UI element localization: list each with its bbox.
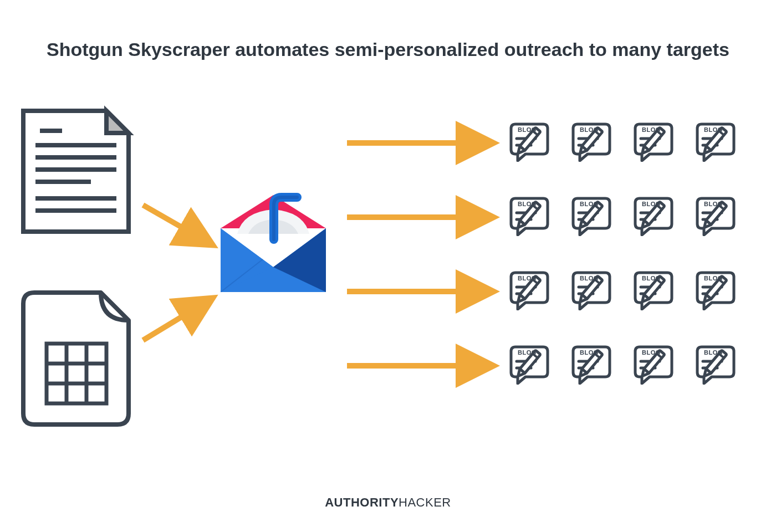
blog-label: BLOG (642, 126, 661, 133)
blog-target-icon: BLOG (695, 270, 745, 310)
blog-label: BLOG (580, 349, 599, 356)
blog-target-icon: BLOG (571, 345, 621, 385)
blog-target-icon: BLOG (571, 196, 621, 236)
blog-target-icon: BLOG (633, 122, 683, 162)
blog-target-icon: BLOG (633, 270, 683, 310)
blog-label: BLOG (580, 201, 599, 207)
blog-label: BLOG (642, 349, 661, 356)
blog-target-icon: BLOG (509, 270, 559, 310)
blog-targets-row: BLOG BLOG (509, 196, 745, 236)
brand-footer: AUTHORITYHACKER (0, 495, 776, 510)
blog-target-icon: BLOG (633, 345, 683, 385)
svg-rect-4 (35, 180, 91, 184)
brand-strong: AUTHORITY (325, 495, 399, 509)
blog-targets-grid: BLOG BLOG (509, 122, 745, 385)
blog-targets-row: BLOG BLOG (509, 345, 745, 385)
blog-label: BLOG (580, 275, 599, 282)
spreadsheet-icon (23, 293, 129, 424)
blog-target-icon: BLOG (571, 122, 621, 162)
brand-light: HACKER (399, 495, 451, 509)
blog-label: BLOG (518, 349, 537, 356)
svg-rect-5 (35, 196, 116, 201)
blog-targets-row: BLOG BLOG (509, 270, 745, 310)
blog-label: BLOG (518, 201, 537, 207)
svg-rect-3 (35, 167, 116, 172)
blog-target-icon: BLOG (695, 196, 745, 236)
blog-label: BLOG (704, 349, 723, 356)
svg-rect-1 (35, 143, 116, 147)
blog-label: BLOG (704, 275, 723, 282)
blog-target-icon: BLOG (509, 122, 559, 162)
blog-label: BLOG (704, 126, 723, 133)
svg-rect-0 (40, 129, 62, 133)
svg-rect-6 (35, 208, 116, 213)
blog-label: BLOG (580, 126, 599, 133)
mailshake-icon (221, 195, 326, 292)
blog-target-icon: BLOG (633, 196, 683, 236)
blog-target-icon: BLOG (509, 345, 559, 385)
blog-label: BLOG (642, 201, 661, 207)
blog-label: BLOG (704, 201, 723, 207)
blog-target-icon: BLOG (695, 345, 745, 385)
blog-label: BLOG (642, 275, 661, 282)
blog-targets-row: BLOG BLOG (509, 122, 745, 162)
blog-target-icon: BLOG (695, 122, 745, 162)
blog-label: BLOG (518, 126, 537, 133)
blog-target-icon: BLOG (509, 196, 559, 236)
svg-rect-2 (35, 155, 116, 160)
arrow-doc-to-email (143, 205, 211, 244)
blog-label: BLOG (518, 275, 537, 282)
arrow-sheet-to-email (143, 299, 211, 340)
text-document-icon (23, 111, 129, 232)
blog-target-icon: BLOG (571, 270, 621, 310)
